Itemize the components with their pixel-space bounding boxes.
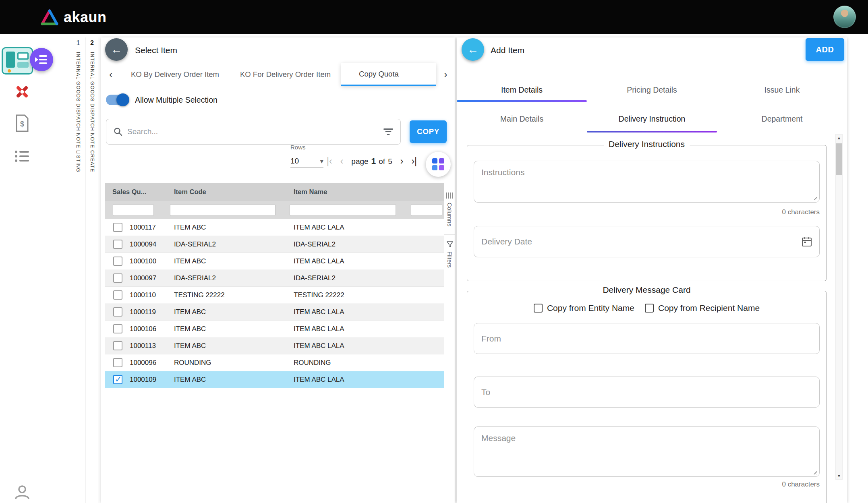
- from-input[interactable]: From: [474, 323, 820, 354]
- svg-text:$: $: [20, 120, 24, 128]
- tab-main-details[interactable]: Main Details: [457, 105, 587, 132]
- cell-item-code: ROUNDING: [174, 354, 211, 371]
- workspace-tab-listing[interactable]: 1 INTERNAL GOODS DISPATCH NOTE LISTING: [71, 37, 85, 503]
- table-row[interactable]: 1000106 ITEM ABC ITEM ABC LALA: [105, 321, 444, 337]
- last-page-icon[interactable]: [411, 157, 417, 166]
- scrollbar-thumb[interactable]: [836, 143, 842, 175]
- table-row[interactable]: 1000110 TESTING 22222 TESTING 22222: [105, 287, 444, 304]
- drag-columns-icon[interactable]: [446, 193, 454, 199]
- copy-from-recipient-option[interactable]: Copy from Recipient Name: [645, 303, 760, 313]
- table-row[interactable]: 1000096 ROUNDING ROUNDING: [105, 354, 444, 371]
- red-tools-icon[interactable]: [12, 82, 32, 102]
- table-row[interactable]: 1000094 IDA-SERIAL2 IDA-SERIAL2: [105, 236, 444, 253]
- cell-sales-qty: 1000117: [130, 219, 156, 236]
- tab-item-details[interactable]: Item Details: [457, 78, 587, 102]
- table-row[interactable]: 1000113 ITEM ABC ITEM ABC LALA: [105, 337, 444, 354]
- cell-item-name: IDA-SERIAL2: [294, 236, 336, 253]
- checkbox[interactable]: [645, 304, 654, 313]
- row-checkbox[interactable]: [113, 324, 122, 333]
- back-button[interactable]: [105, 38, 128, 61]
- filter-input-item-name[interactable]: [290, 204, 396, 216]
- tab-ko-by-delivery-order-item[interactable]: KO By Delivery Order Item: [120, 63, 230, 86]
- add-item-sub-tabs: Main Details Delivery Instruction Depart…: [457, 105, 847, 132]
- chevron-down-icon: [320, 157, 323, 166]
- delivery-date-input[interactable]: Delivery Date: [474, 226, 820, 257]
- tab-department[interactable]: Department: [717, 105, 847, 132]
- filters-strip-label[interactable]: Filters: [446, 251, 453, 268]
- table-row[interactable]: 1000109 ITEM ABC ITEM ABC LALA: [105, 371, 444, 388]
- workspace-tab-create[interactable]: 2 INTERNAL GOODS DISPATCH NOTE CREATE: [85, 37, 99, 503]
- resize-handle[interactable]: [812, 195, 817, 200]
- tab-ko-for-delivery-order-item[interactable]: KO For Delivery Order Item: [230, 63, 341, 86]
- row-checkbox[interactable]: [113, 358, 122, 367]
- calendar-icon[interactable]: [802, 236, 812, 247]
- menu-open-button[interactable]: [30, 48, 53, 71]
- brand-text: akaun: [64, 9, 107, 26]
- search-input[interactable]: [127, 127, 379, 136]
- add-button[interactable]: ADD: [806, 38, 844, 61]
- instructions-char-count: 0 characters: [782, 208, 820, 216]
- allow-multiple-selection-toggle[interactable]: [106, 95, 128, 105]
- row-checkbox[interactable]: [113, 257, 122, 266]
- invoice-icon[interactable]: $: [12, 113, 32, 133]
- tab-pricing-details[interactable]: Pricing Details: [587, 78, 717, 102]
- filter-input-sales-qty[interactable]: [113, 204, 154, 216]
- row-checkbox[interactable]: [113, 375, 122, 384]
- brand-logo[interactable]: akaun: [40, 9, 107, 26]
- rows-per-page-select[interactable]: 10: [290, 154, 323, 168]
- tab-issue-link[interactable]: Issue Link: [717, 78, 847, 102]
- cell-sales-qty: 1000106: [130, 321, 156, 337]
- table-row[interactable]: 1000097 IDA-SERIAL2 IDA-SERIAL2: [105, 270, 444, 287]
- message-textarea[interactable]: Message: [474, 426, 820, 477]
- prev-page-icon[interactable]: [340, 157, 344, 166]
- columns-strip-label[interactable]: Columns: [446, 203, 453, 226]
- filter-list-icon[interactable]: [383, 128, 393, 135]
- cell-sales-qty: 1000100: [130, 253, 156, 270]
- table-side-strip: Columns Filters: [444, 183, 455, 389]
- resize-handle[interactable]: [812, 469, 817, 474]
- instructions-textarea[interactable]: Instructions: [474, 161, 820, 203]
- checkbox[interactable]: [534, 304, 543, 313]
- cell-item-code: ITEM ABC: [174, 321, 206, 337]
- table-row[interactable]: 1000100 ITEM ABC ITEM ABC LALA: [105, 253, 444, 270]
- tabs-scroll-right-icon[interactable]: [436, 63, 455, 86]
- row-checkbox[interactable]: [113, 240, 122, 249]
- list-icon[interactable]: [12, 146, 32, 166]
- search-box: [106, 119, 401, 145]
- copy-button[interactable]: COPY: [410, 120, 447, 143]
- panel-scrollbar[interactable]: [835, 134, 843, 480]
- add-item-panel: Add Item ADD Item Details Pricing Detail…: [457, 37, 847, 503]
- user-avatar[interactable]: [833, 6, 856, 28]
- pagination: page 1 of 5: [327, 153, 417, 170]
- pos-app-icon[interactable]: [2, 47, 33, 75]
- tabs-scroll-left-icon[interactable]: [101, 63, 120, 86]
- table-filter-row: [105, 201, 444, 219]
- filter-input-col4[interactable]: [411, 204, 442, 216]
- cell-item-name: ITEM ABC LALA: [294, 304, 344, 321]
- filter-input-item-code[interactable]: [170, 204, 276, 216]
- tab-delivery-instruction[interactable]: Delivery Instruction: [587, 105, 717, 132]
- row-checkbox[interactable]: [113, 223, 122, 232]
- next-page-icon[interactable]: [400, 157, 404, 166]
- filters-funnel-icon[interactable]: [447, 241, 453, 247]
- cell-sales-qty: 1000109: [130, 371, 156, 388]
- scroll-up-icon[interactable]: [836, 136, 842, 140]
- cell-item-code: ITEM ABC: [174, 337, 206, 354]
- toggle-label: Allow Multiple Selection: [135, 95, 218, 105]
- tab-copy-quotation[interactable]: Copy Quota: [341, 63, 436, 86]
- row-checkbox[interactable]: [113, 273, 122, 283]
- profile-icon[interactable]: [12, 482, 32, 502]
- row-checkbox[interactable]: [113, 290, 122, 300]
- app-screen: akaun $: [0, 0, 868, 503]
- copy-from-entity-option[interactable]: Copy from Entity Name: [534, 303, 634, 313]
- scroll-down-icon[interactable]: [836, 474, 842, 478]
- back-button[interactable]: [462, 38, 484, 61]
- row-checkbox[interactable]: [113, 341, 122, 350]
- view-grid-button[interactable]: [426, 152, 451, 177]
- row-checkbox[interactable]: [113, 307, 122, 317]
- to-input[interactable]: To: [474, 377, 820, 408]
- cell-item-name: ITEM ABC LALA: [294, 253, 344, 270]
- table-row[interactable]: 1000117 ITEM ABC ITEM ABC LALA: [105, 219, 444, 236]
- first-page-icon[interactable]: [327, 157, 332, 166]
- table-row[interactable]: 1000119 ITEM ABC ITEM ABC LALA: [105, 304, 444, 321]
